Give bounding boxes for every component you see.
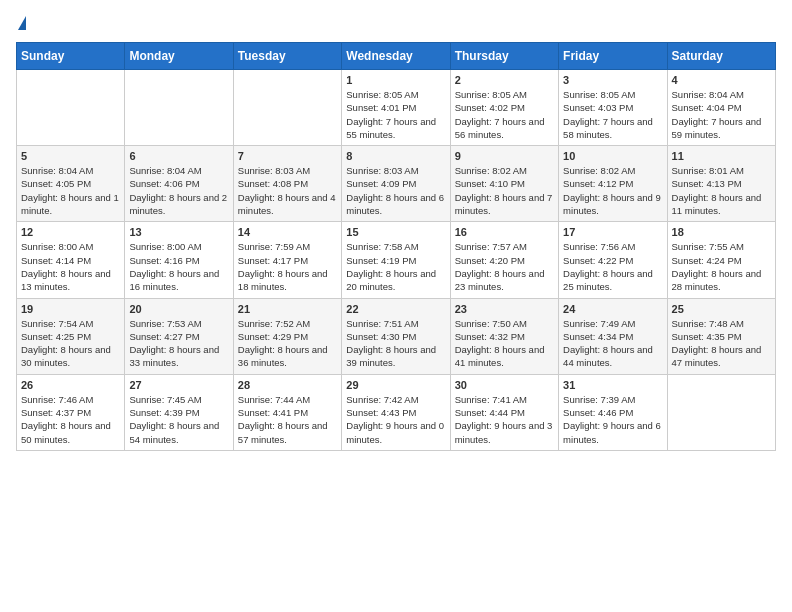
calendar-day-cell: 6Sunrise: 8:04 AM Sunset: 4:06 PM Daylig… [125, 146, 233, 222]
calendar-day-cell: 14Sunrise: 7:59 AM Sunset: 4:17 PM Dayli… [233, 222, 341, 298]
day-info: Sunrise: 7:50 AM Sunset: 4:32 PM Dayligh… [455, 317, 554, 370]
day-number: 7 [238, 150, 337, 162]
day-number: 1 [346, 74, 445, 86]
calendar-week-row: 12Sunrise: 8:00 AM Sunset: 4:14 PM Dayli… [17, 222, 776, 298]
col-header-thursday: Thursday [450, 43, 558, 70]
calendar-day-cell: 21Sunrise: 7:52 AM Sunset: 4:29 PM Dayli… [233, 298, 341, 374]
day-info: Sunrise: 8:04 AM Sunset: 4:04 PM Dayligh… [672, 88, 771, 141]
calendar-day-cell: 3Sunrise: 8:05 AM Sunset: 4:03 PM Daylig… [559, 70, 667, 146]
day-info: Sunrise: 7:48 AM Sunset: 4:35 PM Dayligh… [672, 317, 771, 370]
calendar-day-cell [233, 70, 341, 146]
day-number: 4 [672, 74, 771, 86]
day-number: 24 [563, 303, 662, 315]
calendar-day-cell: 28Sunrise: 7:44 AM Sunset: 4:41 PM Dayli… [233, 374, 341, 450]
calendar-day-cell: 13Sunrise: 8:00 AM Sunset: 4:16 PM Dayli… [125, 222, 233, 298]
calendar-day-cell: 20Sunrise: 7:53 AM Sunset: 4:27 PM Dayli… [125, 298, 233, 374]
day-number: 23 [455, 303, 554, 315]
logo-triangle-icon [18, 16, 26, 30]
calendar-day-cell: 22Sunrise: 7:51 AM Sunset: 4:30 PM Dayli… [342, 298, 450, 374]
calendar-week-row: 26Sunrise: 7:46 AM Sunset: 4:37 PM Dayli… [17, 374, 776, 450]
day-number: 20 [129, 303, 228, 315]
day-number: 29 [346, 379, 445, 391]
calendar-day-cell: 25Sunrise: 7:48 AM Sunset: 4:35 PM Dayli… [667, 298, 775, 374]
calendar-day-cell: 26Sunrise: 7:46 AM Sunset: 4:37 PM Dayli… [17, 374, 125, 450]
day-number: 6 [129, 150, 228, 162]
day-info: Sunrise: 7:46 AM Sunset: 4:37 PM Dayligh… [21, 393, 120, 446]
day-number: 12 [21, 226, 120, 238]
day-number: 10 [563, 150, 662, 162]
day-number: 30 [455, 379, 554, 391]
day-info: Sunrise: 7:45 AM Sunset: 4:39 PM Dayligh… [129, 393, 228, 446]
col-header-sunday: Sunday [17, 43, 125, 70]
day-info: Sunrise: 7:44 AM Sunset: 4:41 PM Dayligh… [238, 393, 337, 446]
day-info: Sunrise: 7:42 AM Sunset: 4:43 PM Dayligh… [346, 393, 445, 446]
day-info: Sunrise: 7:58 AM Sunset: 4:19 PM Dayligh… [346, 240, 445, 293]
day-number: 19 [21, 303, 120, 315]
day-info: Sunrise: 7:41 AM Sunset: 4:44 PM Dayligh… [455, 393, 554, 446]
day-info: Sunrise: 8:00 AM Sunset: 4:14 PM Dayligh… [21, 240, 120, 293]
calendar-day-cell: 30Sunrise: 7:41 AM Sunset: 4:44 PM Dayli… [450, 374, 558, 450]
col-header-tuesday: Tuesday [233, 43, 341, 70]
day-info: Sunrise: 8:04 AM Sunset: 4:05 PM Dayligh… [21, 164, 120, 217]
day-number: 26 [21, 379, 120, 391]
day-info: Sunrise: 7:53 AM Sunset: 4:27 PM Dayligh… [129, 317, 228, 370]
calendar-day-cell: 1Sunrise: 8:05 AM Sunset: 4:01 PM Daylig… [342, 70, 450, 146]
calendar-day-cell: 18Sunrise: 7:55 AM Sunset: 4:24 PM Dayli… [667, 222, 775, 298]
day-info: Sunrise: 8:00 AM Sunset: 4:16 PM Dayligh… [129, 240, 228, 293]
day-number: 14 [238, 226, 337, 238]
calendar-day-cell: 5Sunrise: 8:04 AM Sunset: 4:05 PM Daylig… [17, 146, 125, 222]
day-info: Sunrise: 8:03 AM Sunset: 4:08 PM Dayligh… [238, 164, 337, 217]
day-info: Sunrise: 7:59 AM Sunset: 4:17 PM Dayligh… [238, 240, 337, 293]
day-info: Sunrise: 8:04 AM Sunset: 4:06 PM Dayligh… [129, 164, 228, 217]
calendar-day-cell: 4Sunrise: 8:04 AM Sunset: 4:04 PM Daylig… [667, 70, 775, 146]
day-info: Sunrise: 7:55 AM Sunset: 4:24 PM Dayligh… [672, 240, 771, 293]
calendar-week-row: 5Sunrise: 8:04 AM Sunset: 4:05 PM Daylig… [17, 146, 776, 222]
calendar-day-cell: 11Sunrise: 8:01 AM Sunset: 4:13 PM Dayli… [667, 146, 775, 222]
day-number: 15 [346, 226, 445, 238]
calendar-day-cell: 12Sunrise: 8:00 AM Sunset: 4:14 PM Dayli… [17, 222, 125, 298]
day-number: 25 [672, 303, 771, 315]
day-info: Sunrise: 8:02 AM Sunset: 4:10 PM Dayligh… [455, 164, 554, 217]
calendar-day-cell: 27Sunrise: 7:45 AM Sunset: 4:39 PM Dayli… [125, 374, 233, 450]
day-info: Sunrise: 7:49 AM Sunset: 4:34 PM Dayligh… [563, 317, 662, 370]
calendar-day-cell: 23Sunrise: 7:50 AM Sunset: 4:32 PM Dayli… [450, 298, 558, 374]
calendar-day-cell: 29Sunrise: 7:42 AM Sunset: 4:43 PM Dayli… [342, 374, 450, 450]
day-number: 11 [672, 150, 771, 162]
day-info: Sunrise: 7:39 AM Sunset: 4:46 PM Dayligh… [563, 393, 662, 446]
day-number: 31 [563, 379, 662, 391]
calendar-day-cell: 9Sunrise: 8:02 AM Sunset: 4:10 PM Daylig… [450, 146, 558, 222]
day-number: 16 [455, 226, 554, 238]
day-number: 9 [455, 150, 554, 162]
logo [16, 16, 26, 32]
day-info: Sunrise: 7:54 AM Sunset: 4:25 PM Dayligh… [21, 317, 120, 370]
calendar-day-cell: 24Sunrise: 7:49 AM Sunset: 4:34 PM Dayli… [559, 298, 667, 374]
day-number: 17 [563, 226, 662, 238]
calendar-day-cell: 15Sunrise: 7:58 AM Sunset: 4:19 PM Dayli… [342, 222, 450, 298]
day-number: 2 [455, 74, 554, 86]
calendar-week-row: 19Sunrise: 7:54 AM Sunset: 4:25 PM Dayli… [17, 298, 776, 374]
calendar-day-cell [17, 70, 125, 146]
day-info: Sunrise: 7:57 AM Sunset: 4:20 PM Dayligh… [455, 240, 554, 293]
day-number: 8 [346, 150, 445, 162]
day-number: 5 [21, 150, 120, 162]
day-info: Sunrise: 8:02 AM Sunset: 4:12 PM Dayligh… [563, 164, 662, 217]
calendar-day-cell: 19Sunrise: 7:54 AM Sunset: 4:25 PM Dayli… [17, 298, 125, 374]
col-header-friday: Friday [559, 43, 667, 70]
day-number: 22 [346, 303, 445, 315]
day-info: Sunrise: 8:05 AM Sunset: 4:02 PM Dayligh… [455, 88, 554, 141]
day-number: 27 [129, 379, 228, 391]
calendar-day-cell [667, 374, 775, 450]
day-info: Sunrise: 8:05 AM Sunset: 4:03 PM Dayligh… [563, 88, 662, 141]
calendar-week-row: 1Sunrise: 8:05 AM Sunset: 4:01 PM Daylig… [17, 70, 776, 146]
col-header-saturday: Saturday [667, 43, 775, 70]
col-header-monday: Monday [125, 43, 233, 70]
day-info: Sunrise: 7:51 AM Sunset: 4:30 PM Dayligh… [346, 317, 445, 370]
day-number: 21 [238, 303, 337, 315]
page-header [16, 16, 776, 32]
day-info: Sunrise: 8:01 AM Sunset: 4:13 PM Dayligh… [672, 164, 771, 217]
day-number: 13 [129, 226, 228, 238]
day-number: 28 [238, 379, 337, 391]
calendar-day-cell: 31Sunrise: 7:39 AM Sunset: 4:46 PM Dayli… [559, 374, 667, 450]
calendar-day-cell: 7Sunrise: 8:03 AM Sunset: 4:08 PM Daylig… [233, 146, 341, 222]
day-number: 18 [672, 226, 771, 238]
